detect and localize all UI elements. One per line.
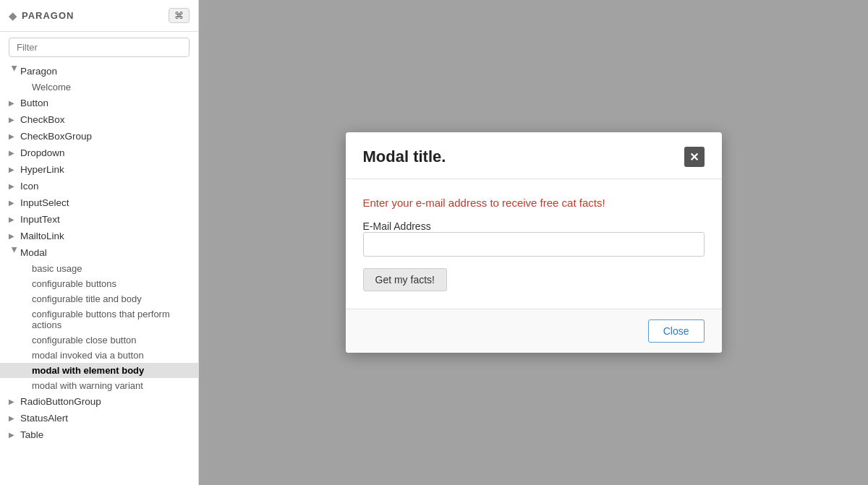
sidebar-item-icon[interactable]: ▶ Icon [0,178,198,194]
sidebar-item-button[interactable]: ▶ Button [0,95,198,111]
modal-title: Modal title. [363,147,446,166]
modal-footer: Close [346,309,722,353]
sidebar-item-dropdown[interactable]: ▶ Dropdown [0,145,198,161]
sidebar-item-checkbox[interactable]: ▶ CheckBox [0,111,198,128]
email-input[interactable] [363,232,705,257]
sidebar-subitem-basic-usage[interactable]: basic usage [0,261,198,276]
chevron-icon: ▶ [9,149,20,157]
sidebar-item-label: Dropdown [20,147,65,158]
sidebar-item-label: Paragon [20,66,57,77]
modal-backdrop: Modal title. ✕ Enter your e-mail address… [199,0,868,485]
sidebar-header: ◆ PARAGON ⌘ [0,0,198,32]
sidebar-subitem-welcome[interactable]: Welcome [0,80,198,95]
chevron-icon: ▶ [9,199,20,207]
sidebar-item-label: CheckBoxGroup [20,131,92,142]
sidebar-item-statusalert[interactable]: ▶ StatusAlert [0,410,198,426]
sidebar-item-mailtolink[interactable]: ▶ MailtoLink [0,228,198,244]
chevron-icon: ▶ [9,166,20,173]
modal-close-footer-button[interactable]: Close [648,319,705,343]
chevron-icon: ▶ [11,66,19,77]
chevron-icon: ▶ [9,182,20,190]
sidebar-item-label: InputText [20,214,60,225]
sidebar-subitem-configurable-buttons[interactable]: configurable buttons [0,276,198,291]
modal-close-x-button[interactable]: ✕ [684,147,705,167]
sidebar-item-label: Icon [20,181,39,192]
sidebar-item-label: Button [20,98,48,108]
modal: Modal title. ✕ Enter your e-mail address… [346,132,722,353]
modal-header: Modal title. ✕ [346,132,722,179]
chevron-icon: ▶ [9,414,20,422]
sidebar-item-label: RadioButtonGroup [20,396,101,407]
sidebar-item-inputtext[interactable]: ▶ InputText [0,211,198,228]
sidebar-subitem-configurable-title-body[interactable]: configurable title and body [0,291,198,306]
sidebar-item-table[interactable]: ▶ Table [0,426,198,443]
filter-input[interactable] [9,38,190,57]
sidebar-item-label: Table [20,429,43,440]
sidebar-item-hyperlink[interactable]: ▶ HyperLink [0,161,198,178]
chevron-icon: ▶ [11,247,19,259]
sidebar-subitem-configurable-close[interactable]: configurable close button [0,332,198,348]
chevron-icon: ▶ [9,116,20,124]
chevron-icon: ▶ [9,232,20,240]
sidebar-subitem-modal-element-body[interactable]: modal with element body [0,363,198,378]
sidebar-item-inputselect[interactable]: ▶ InputSelect [0,194,198,211]
sidebar-item-radiobuttongroup[interactable]: ▶ RadioButtonGroup [0,393,198,410]
sidebar-subitem-modal-warning[interactable]: modal with warning variant [0,378,198,393]
logo-label: PARAGON [22,10,74,21]
sidebar-item-checkboxgroup[interactable]: ▶ CheckBoxGroup [0,128,198,145]
sidebar-item-label: HyperLink [20,164,64,175]
modal-body: Enter your e-mail address to receive fre… [346,179,722,309]
sidebar-logo: ◆ PARAGON [9,10,74,22]
sidebar: ◆ PARAGON ⌘ ▶ Paragon Welcome ▶ Button ▶… [0,0,199,485]
sidebar-item-label: MailtoLink [20,231,64,241]
diamond-icon: ◆ [9,10,17,22]
sidebar-item-label: Modal [20,247,47,258]
chevron-icon: ▶ [9,132,20,140]
sidebar-item-label: InputSelect [20,197,69,208]
sidebar-item-label: CheckBox [20,114,65,125]
chevron-icon: ▶ [9,215,20,223]
sidebar-item-paragon[interactable]: ▶ Paragon [0,63,198,80]
chevron-icon: ▶ [9,398,20,405]
cmd-badge: ⌘ [169,8,190,23]
email-label: E-Mail Address [363,220,431,232]
sidebar-item-modal[interactable]: ▶ Modal [0,244,198,261]
sidebar-item-label: StatusAlert [20,413,68,424]
sidebar-subitem-modal-via-button[interactable]: modal invoked via a button [0,348,198,363]
sidebar-subitem-configurable-buttons-actions[interactable]: configurable buttons that perform action… [0,306,198,332]
sidebar-tree: ▶ Paragon Welcome ▶ Button ▶ CheckBox ▶ … [0,63,198,485]
chevron-icon: ▶ [9,431,20,439]
main-content: Modal title. ✕ Enter your e-mail address… [199,0,868,485]
modal-promo-text: Enter your e-mail address to receive fre… [363,197,705,209]
chevron-icon: ▶ [9,99,20,107]
get-facts-button[interactable]: Get my facts! [363,268,447,291]
